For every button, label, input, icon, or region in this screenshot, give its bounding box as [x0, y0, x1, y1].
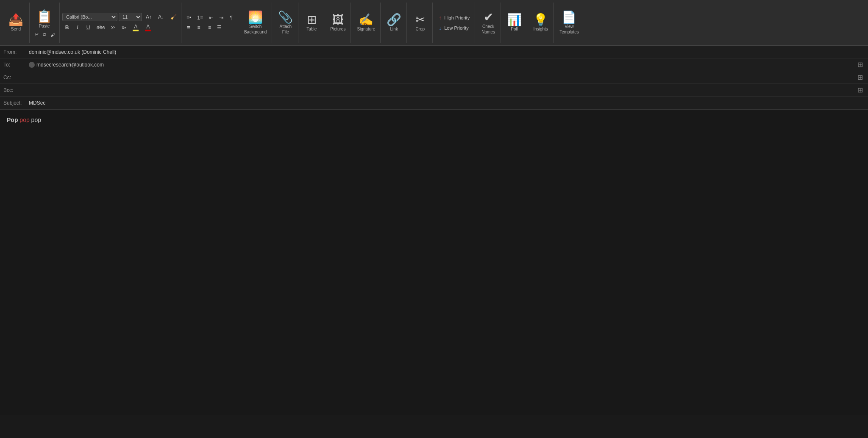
decrease-font-size-button[interactable]: A↓ — [156, 13, 167, 21]
copy-icon: ⧉ — [43, 32, 46, 37]
from-row: From: — [0, 46, 868, 58]
insights-button[interactable]: 💡 Insights — [530, 12, 551, 33]
subscript-button[interactable]: x₂ — [119, 23, 129, 32]
signature-group: ✍ Signature — [352, 3, 381, 43]
highlight-color-button[interactable]: A — [130, 22, 141, 33]
link-button[interactable]: 🔗 Link — [383, 12, 405, 33]
crop-group: ✂ Crop — [408, 3, 433, 43]
superscript-button[interactable]: x² — [108, 23, 118, 32]
font-color-swatch — [145, 30, 151, 31]
pictures-icon: 🖼 — [332, 14, 344, 26]
bcc-contact-picker[interactable]: ⊞ — [856, 85, 865, 95]
bullets-button[interactable]: ≡• — [184, 14, 194, 22]
send-button[interactable]: 📤 Send — [5, 12, 27, 33]
justify-button[interactable]: ☰ — [214, 23, 224, 32]
font-row1: Calibri (Bo... 11 A↑ A↓ 🧹 — [62, 13, 179, 21]
attach-file-group: 📎 Attach File — [273, 3, 298, 43]
font-family-select[interactable]: Calibri (Bo... — [62, 13, 117, 21]
high-priority-icon: ↑ — [439, 14, 442, 21]
to-label: To: — [3, 62, 29, 68]
copy-button[interactable]: ⧉ — [41, 31, 48, 38]
cc-row: Cc: ⊞ — [0, 71, 868, 84]
from-label: From: — [3, 49, 29, 55]
numbering-button[interactable]: 1≡ — [195, 14, 206, 22]
indent-decrease-button[interactable]: ⇤ — [206, 14, 216, 22]
subject-field[interactable] — [29, 98, 865, 108]
to-field[interactable] — [36, 60, 856, 69]
cc-label: Cc: — [3, 75, 29, 80]
align-right-button[interactable]: ≡ — [204, 23, 214, 32]
body-text-pop-normal: pop — [31, 116, 41, 123]
align-center-button[interactable]: ≡ — [194, 23, 203, 32]
view-templates-icon: 📄 — [562, 11, 576, 23]
strikethrough-button[interactable]: abc — [94, 23, 107, 32]
bcc-field[interactable] — [29, 86, 856, 95]
subject-label: Subject: — [3, 100, 29, 106]
to-contact-picker[interactable]: ⊞ — [856, 60, 865, 69]
high-priority-button[interactable]: ↑ High Priority — [437, 14, 471, 22]
poll-button[interactable]: 📊 Poll — [504, 12, 525, 33]
view-templates-button[interactable]: 📄 View Templates — [556, 10, 582, 36]
highlight-icon: A — [134, 24, 137, 30]
pictures-button[interactable]: 🖼 Pictures — [327, 12, 349, 33]
clipboard-top-row: 📋 Paste — [33, 7, 56, 30]
font-color-icon: A — [146, 24, 150, 30]
highlight-swatch — [133, 30, 139, 31]
cc-field[interactable] — [29, 73, 856, 82]
contact-badge — [29, 62, 35, 68]
cut-icon: ✂ — [35, 32, 39, 37]
cut-button[interactable]: ✂ — [33, 31, 40, 38]
indent-increase-button[interactable]: ⇥ — [217, 14, 226, 22]
signature-button[interactable]: ✍ Signature — [353, 12, 378, 33]
format-painter-button[interactable]: 🖌 — [49, 31, 57, 38]
attach-file-button[interactable]: 📎 Attach File — [275, 10, 296, 36]
priority-group: ↑ High Priority ↓ Low Priority — [434, 3, 475, 43]
paste-button[interactable]: 📋 Paste — [33, 7, 56, 30]
from-field[interactable] — [29, 47, 865, 57]
align-left-button[interactable]: ≣ — [184, 23, 193, 32]
poll-group: 📊 Poll — [502, 3, 527, 43]
font-color-button[interactable]: A — [142, 22, 153, 33]
link-group: 🔗 Link — [381, 3, 407, 43]
switch-bg-group: 🌅 Switch Background — [239, 3, 272, 43]
table-group: ⊞ Table — [299, 3, 324, 43]
check-names-group: ✔ Check Names — [476, 3, 501, 43]
pictures-group: 🖼 Pictures — [325, 3, 351, 43]
bcc-row: Bcc: ⊞ — [0, 84, 868, 97]
font-row2: B I U abc x² x₂ A A — [62, 22, 179, 33]
link-icon: 🔗 — [387, 14, 401, 26]
bold-button[interactable]: B — [62, 23, 72, 32]
increase-font-size-button[interactable]: A↑ — [143, 13, 154, 21]
low-priority-icon: ↓ — [439, 25, 442, 31]
email-body[interactable]: Pop pop pop — [0, 110, 868, 415]
toolbar: 📤 Send 📋 Paste ✂ ⧉ 🖌 Calibri ( — [0, 0, 868, 46]
crop-button[interactable]: ✂ Crop — [409, 12, 431, 33]
ltr-button[interactable]: ¶ — [227, 14, 236, 22]
table-button[interactable]: ⊞ Table — [301, 12, 322, 33]
check-names-button[interactable]: ✔ Check Names — [478, 10, 499, 36]
check-names-icon: ✔ — [484, 11, 493, 23]
italic-button[interactable]: I — [73, 23, 82, 32]
switch-background-button[interactable]: 🌅 Switch Background — [241, 10, 270, 36]
send-group: 📤 Send — [3, 3, 30, 43]
paragraph-group: ≡• 1≡ ⇤ ⇥ ¶ ≣ ≡ ≡ ☰ — [182, 3, 238, 43]
body-text-pop-bold: Pop — [7, 116, 18, 123]
to-row: To: ⊞ — [0, 58, 868, 71]
format-painter-icon: 🖌 — [50, 32, 55, 37]
cc-contact-picker[interactable]: ⊞ — [856, 72, 865, 82]
switch-bg-icon: 🌅 — [248, 11, 263, 23]
send-icon: 📤 — [8, 14, 23, 26]
font-group: Calibri (Bo... 11 A↑ A↓ 🧹 B I U abc x² x… — [61, 3, 181, 43]
underline-button[interactable]: U — [83, 23, 93, 32]
crop-icon: ✂ — [415, 14, 425, 26]
attach-icon: 📎 — [278, 11, 293, 23]
clipboard-group: 📋 Paste ✂ ⧉ 🖌 — [31, 3, 60, 43]
signature-icon: ✍ — [359, 14, 373, 26]
para-row2: ≣ ≡ ≡ ☰ — [184, 23, 236, 32]
font-size-select[interactable]: 11 — [119, 13, 142, 21]
low-priority-button[interactable]: ↓ Low Priority — [437, 24, 470, 32]
clear-format-button[interactable]: 🧹 — [168, 13, 179, 21]
clipboard-bottom-row: ✂ ⧉ 🖌 — [33, 31, 57, 38]
poll-icon: 📊 — [507, 14, 522, 26]
table-icon: ⊞ — [307, 14, 317, 26]
